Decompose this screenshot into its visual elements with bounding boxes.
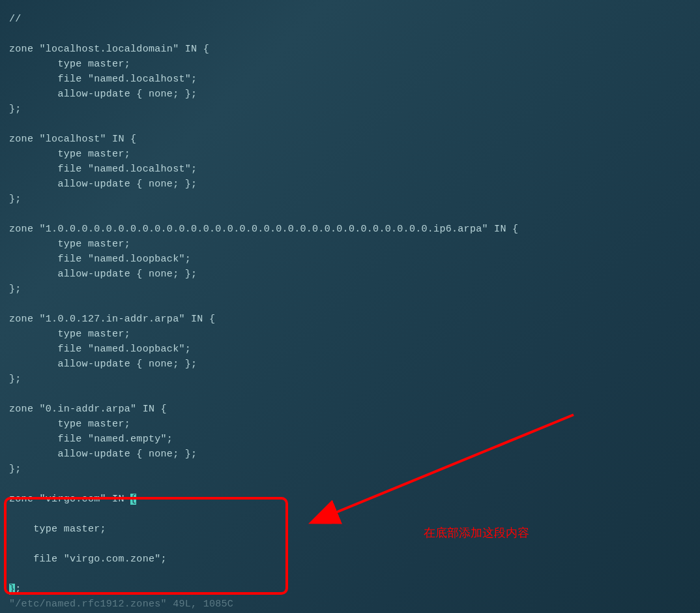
code-line: zone "virgo.com" IN [9,494,130,505]
code-line: allow-update { none; }; [9,269,197,280]
code-line: type master; [9,524,106,535]
code-line: file "named.loopback"; [9,344,191,355]
code-line: zone "localhost.localdomain" IN { [9,44,209,55]
code-line: allow-update { none; }; [9,449,197,460]
code-line: file "virgo.com.zone"; [9,554,167,565]
code-line: allow-update { none; }; [9,179,197,190]
code-line: type master; [9,59,130,70]
code-line: }; [9,104,22,115]
code-line: file "named.localhost"; [9,164,197,175]
code-line: zone "localhost" IN { [9,134,136,145]
code-editor[interactable]: // zone "localhost.localdomain" IN { typ… [9,12,691,612]
code-line: file "named.loopback"; [9,254,191,265]
cursor-block: { [130,494,136,505]
code-line: }; [9,464,22,475]
vim-status-line: "/etc/named.rfc1912.zones" 49L, 1085C [9,599,233,610]
code-line: file "named.empty"; [9,434,173,445]
code-line: zone "1.0.0.127.in-addr.arpa" IN { [9,314,215,325]
code-line: }; [9,194,22,205]
code-line: // [9,14,22,25]
code-line: allow-update { none; }; [9,89,197,100]
code-line: type master; [9,239,130,250]
code-line: type master; [9,149,130,160]
code-line: file "named.localhost"; [9,74,197,85]
code-line: }; [9,284,22,295]
code-line: type master; [9,419,130,430]
cursor-block: } [9,584,15,595]
annotation-text: 在底部添加这段内容 [424,525,529,541]
code-line: zone "0.in-addr.arpa" IN { [9,404,167,415]
code-line: zone "1.0.0.0.0.0.0.0.0.0.0.0.0.0.0.0.0.… [9,224,518,235]
code-line: allow-update { none; }; [9,359,197,370]
code-line: }; [9,374,22,385]
code-line: ; [15,584,21,595]
code-line: type master; [9,329,130,340]
